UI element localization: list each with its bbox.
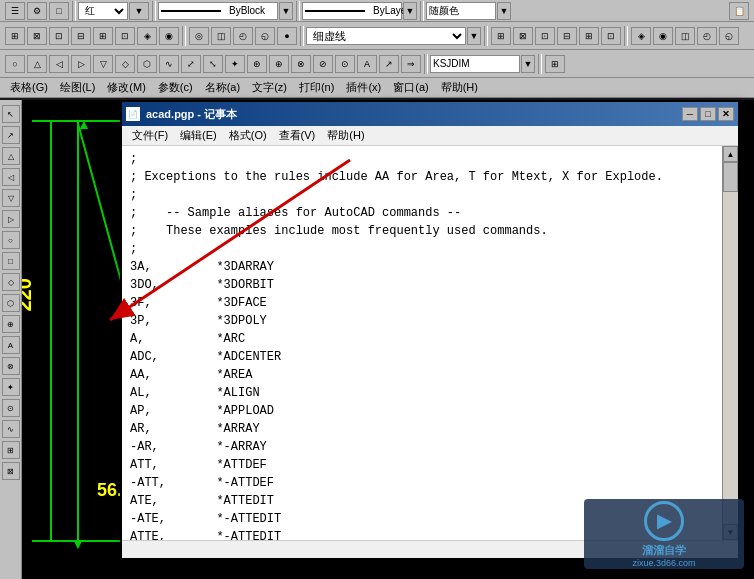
- scrollbar-track[interactable]: [723, 162, 738, 524]
- t2-btn23[interactable]: ◴: [697, 27, 717, 45]
- t3-btn8[interactable]: ∿: [159, 55, 179, 73]
- t2-btn11[interactable]: ◴: [233, 27, 253, 45]
- t2-btn8[interactable]: ◉: [159, 27, 179, 45]
- lt-btn7[interactable]: ○: [2, 231, 20, 249]
- t3-btn3[interactable]: ◁: [49, 55, 69, 73]
- menu-table[interactable]: 表格(G): [4, 80, 54, 95]
- t2-btn7[interactable]: ◈: [137, 27, 157, 45]
- lt-btn5[interactable]: ▽: [2, 189, 20, 207]
- lt-btn10[interactable]: ⬡: [2, 294, 20, 312]
- maximize-button[interactable]: □: [700, 107, 716, 121]
- minimize-button[interactable]: ─: [682, 107, 698, 121]
- t3-btn7[interactable]: ⬡: [137, 55, 157, 73]
- color2-dropdown-btn[interactable]: ▼: [497, 2, 511, 20]
- t2-btn15[interactable]: ⊠: [513, 27, 533, 45]
- scrollbar-thumb[interactable]: [723, 162, 738, 192]
- lt-btn12[interactable]: A: [2, 336, 20, 354]
- toolbar-btn-4[interactable]: ▼: [129, 2, 149, 20]
- lt-btn9[interactable]: ◇: [2, 273, 20, 291]
- t3-btn11[interactable]: ✦: [225, 55, 245, 73]
- t3-btn2[interactable]: △: [27, 55, 47, 73]
- menu-param[interactable]: 参数(c): [152, 80, 199, 95]
- menu-help[interactable]: 帮助(H): [435, 80, 484, 95]
- menu-modify[interactable]: 修改(M): [101, 80, 152, 95]
- menu-draw[interactable]: 绘图(L): [54, 80, 101, 95]
- t2-btn5[interactable]: ⊞: [93, 27, 113, 45]
- lt-btn14[interactable]: ✦: [2, 378, 20, 396]
- lt-btn2[interactable]: ↗: [2, 126, 20, 144]
- t3-btn1[interactable]: ○: [5, 55, 25, 73]
- lt-btn8[interactable]: □: [2, 252, 20, 270]
- byblock-dropdown-btn[interactable]: ▼: [279, 2, 293, 20]
- t3-btn16[interactable]: ⊙: [335, 55, 355, 73]
- lt-btn15[interactable]: ⊙: [2, 399, 20, 417]
- t2-btn21[interactable]: ◉: [653, 27, 673, 45]
- t2-btn4[interactable]: ⊟: [71, 27, 91, 45]
- toolbar-btn-3[interactable]: □: [49, 2, 69, 20]
- menu-window[interactable]: 窗口(a): [387, 80, 434, 95]
- t2-btn16[interactable]: ⊡: [535, 27, 555, 45]
- t2-btn1[interactable]: ⊞: [5, 27, 25, 45]
- t3-btn14[interactable]: ⊗: [291, 55, 311, 73]
- lt-btn1[interactable]: ↖: [2, 105, 20, 123]
- t3-btn4[interactable]: ▷: [71, 55, 91, 73]
- menu-text[interactable]: 文字(z): [246, 80, 293, 95]
- t3-btn12[interactable]: ⊛: [247, 55, 267, 73]
- lt-btn16[interactable]: ∿: [2, 420, 20, 438]
- t3-btn19[interactable]: ⇒: [401, 55, 421, 73]
- lt-btn13[interactable]: ⊗: [2, 357, 20, 375]
- lt-btn6[interactable]: ▷: [2, 210, 20, 228]
- t3-btn13[interactable]: ⊕: [269, 55, 289, 73]
- color-dropdown[interactable]: 红: [78, 2, 128, 20]
- ksjdim-dropdown-btn[interactable]: ▼: [521, 55, 535, 73]
- t3-btn5[interactable]: ▽: [93, 55, 113, 73]
- t3-btn9[interactable]: ⤢: [181, 55, 201, 73]
- t2-btn18[interactable]: ⊞: [579, 27, 599, 45]
- t3-btn15[interactable]: ⊘: [313, 55, 333, 73]
- t2-btn2[interactable]: ⊠: [27, 27, 47, 45]
- lt-btn4[interactable]: ◁: [2, 168, 20, 186]
- t3-btn20[interactable]: ⊞: [545, 55, 565, 73]
- close-button[interactable]: ✕: [718, 107, 734, 121]
- bylayer-dropdown-btn[interactable]: ▼: [403, 2, 417, 20]
- notepad-menu-file[interactable]: 文件(F): [126, 126, 174, 145]
- t2-btn24[interactable]: ◵: [719, 27, 739, 45]
- t2-btn17[interactable]: ⊟: [557, 27, 577, 45]
- toolbar-btn-5[interactable]: 📋: [729, 2, 749, 20]
- lt-btn17[interactable]: ⊞: [2, 441, 20, 459]
- notepad-menu-format[interactable]: 格式(O): [223, 126, 273, 145]
- t3-btn6[interactable]: ◇: [115, 55, 135, 73]
- menu-name[interactable]: 名称(a): [199, 80, 246, 95]
- notepad-menu-edit[interactable]: 编辑(E): [174, 126, 223, 145]
- toolbar-btn-1[interactable]: ☰: [5, 2, 25, 20]
- menu-plugin[interactable]: 插件(x): [340, 80, 387, 95]
- t2-btn14[interactable]: ⊞: [491, 27, 511, 45]
- ksjdim-dropdown[interactable]: KSJDIM: [430, 55, 520, 73]
- t2-btn10[interactable]: ◫: [211, 27, 231, 45]
- notepad-menu-view[interactable]: 查看(V): [273, 126, 322, 145]
- t2-btn13[interactable]: ●: [277, 27, 297, 45]
- menu-print[interactable]: 打印(n): [293, 80, 340, 95]
- lt-btn3[interactable]: △: [2, 147, 20, 165]
- bylayer-dropdown[interactable]: ByLayer: [302, 2, 402, 20]
- notepad-textarea[interactable]: ; ; Exceptions to the rules include AA f…: [122, 146, 722, 540]
- t2-btn20[interactable]: ◈: [631, 27, 651, 45]
- t2-btn19[interactable]: ⊡: [601, 27, 621, 45]
- scrollbar-up-button[interactable]: ▲: [723, 146, 738, 162]
- toolbar-btn-2[interactable]: ⚙: [27, 2, 47, 20]
- t3-btn18[interactable]: ↗: [379, 55, 399, 73]
- lt-btn18[interactable]: ⊠: [2, 462, 20, 480]
- t2-btn9[interactable]: ◎: [189, 27, 209, 45]
- byblock-dropdown[interactable]: ByBlock: [158, 2, 278, 20]
- layer-dropdown-btn[interactable]: ▼: [467, 27, 481, 45]
- layer-dropdown[interactable]: 细虚线: [306, 27, 466, 45]
- notepad-menu-help[interactable]: 帮助(H): [321, 126, 370, 145]
- t2-btn3[interactable]: ⊡: [49, 27, 69, 45]
- t2-btn22[interactable]: ◫: [675, 27, 695, 45]
- t3-btn17[interactable]: A: [357, 55, 377, 73]
- t2-btn6[interactable]: ⊡: [115, 27, 135, 45]
- t3-btn10[interactable]: ⤡: [203, 55, 223, 73]
- color2-dropdown[interactable]: 随颜色: [426, 2, 496, 20]
- lt-btn11[interactable]: ⊕: [2, 315, 20, 333]
- t2-btn12[interactable]: ◵: [255, 27, 275, 45]
